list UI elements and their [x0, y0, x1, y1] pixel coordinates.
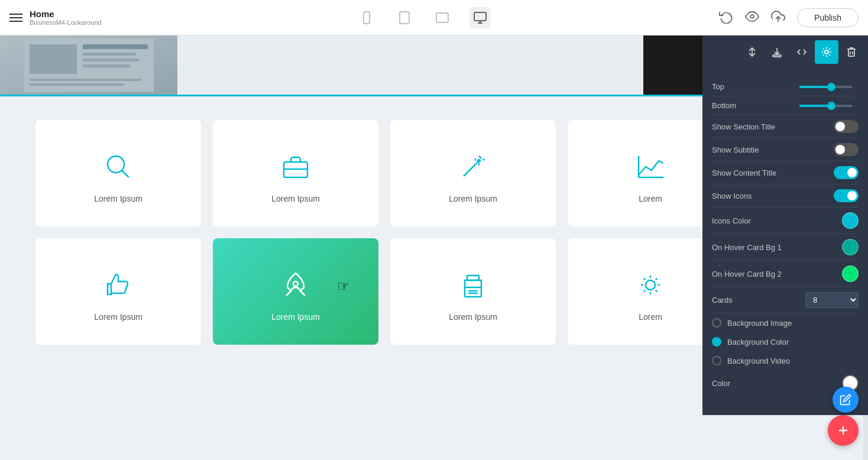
bg-video-row[interactable]: Background Video	[712, 351, 859, 370]
svg-rect-6	[474, 12, 486, 21]
card-7[interactable]: Lorem Ipsum	[390, 238, 556, 345]
bottom-label: Bottom	[712, 101, 799, 110]
fab-add-button[interactable]	[828, 415, 859, 446]
bg-color-radio[interactable]	[712, 337, 721, 346]
card-label-6: Lorem Ipsum	[271, 312, 320, 322]
hover-bg2-label: On Hover Card Bg 2	[712, 270, 842, 278]
header-right: Publish	[719, 8, 859, 27]
cloud-publish-icon[interactable]	[771, 9, 785, 26]
color-label: Color	[712, 379, 842, 388]
card-label-1: Lorem Ipsum	[94, 194, 142, 203]
panel-content: Top Bottom	[702, 70, 868, 403]
panel-arrow	[840, 63, 851, 70]
bg-image-radio[interactable]	[712, 318, 721, 328]
move-updown-button[interactable]	[740, 40, 764, 64]
code-button[interactable]	[790, 40, 814, 64]
card-label-2: Lorem Ipsum	[271, 194, 320, 203]
card-icon-printer	[455, 267, 491, 303]
show-subtitle-row: Show Subtitle	[712, 138, 859, 161]
svg-line-25	[122, 170, 129, 177]
show-section-title-row: Show Section Title	[712, 115, 859, 138]
card-label-8: Lorem	[639, 312, 662, 322]
header-title-block: Home BusinessM4-Lookaround	[30, 9, 102, 26]
icons-color-swatch[interactable]	[842, 212, 859, 229]
hover-bg1-swatch[interactable]	[842, 239, 859, 255]
show-subtitle-toggle[interactable]	[834, 143, 859, 156]
preview-icon[interactable]	[745, 9, 759, 26]
svg-rect-14	[83, 53, 136, 56]
page-title: Home	[30, 9, 102, 19]
device-tablet-landscape[interactable]	[432, 7, 453, 28]
card-6-highlighted[interactable]: Lorem Ipsum	[213, 238, 378, 345]
show-section-title-toggle[interactable]	[834, 120, 859, 133]
settings-button[interactable]	[815, 40, 838, 64]
show-section-title-label: Show Section Title	[712, 122, 834, 131]
panel-toolbar	[702, 35, 868, 64]
card-label-3: Lorem Ipsum	[449, 194, 497, 203]
card-label-7: Lorem Ipsum	[449, 312, 497, 322]
cards-select[interactable]: 4 6 8 10 12	[805, 292, 859, 308]
svg-line-28	[464, 164, 475, 176]
svg-rect-2	[400, 12, 409, 24]
svg-rect-12	[30, 44, 77, 74]
hover-bg1-label: On Hover Card Bg 1	[712, 243, 842, 252]
canvas-area: Lorem Ipsum Lorem Ipsum	[0, 35, 868, 460]
svg-rect-0	[364, 12, 370, 24]
card-icon-search	[101, 149, 136, 184]
fab-edit-button[interactable]	[833, 387, 859, 413]
top-slider[interactable]	[799, 86, 859, 88]
device-tablet[interactable]	[394, 7, 415, 28]
svg-rect-44	[848, 49, 854, 56]
bg-image-row[interactable]: Background Image	[712, 313, 859, 332]
svg-rect-13	[83, 44, 148, 49]
bg-color-label: Background Color	[727, 338, 859, 346]
card-icon-thumbsup	[101, 267, 136, 303]
hover-bg2-row: On Hover Card Bg 2	[712, 261, 859, 287]
card-icon-briefcase	[278, 149, 313, 184]
card-5[interactable]: Lorem Ipsum	[35, 238, 201, 345]
svg-point-24	[108, 156, 124, 173]
top-label: Top	[712, 82, 799, 91]
top-image-left	[0, 35, 177, 95]
cards-label: Cards	[712, 296, 805, 304]
cards-row: Cards 4 6 8 10 12	[712, 287, 859, 313]
show-icons-toggle[interactable]	[834, 189, 859, 202]
card-icon-gear	[633, 267, 668, 303]
publish-button[interactable]: Publish	[797, 8, 859, 27]
svg-point-33	[478, 160, 480, 162]
svg-rect-42	[773, 55, 781, 57]
bg-color-row[interactable]: Background Color	[712, 332, 859, 351]
svg-point-43	[825, 50, 828, 54]
hover-bg1-row: On Hover Card Bg 1	[712, 234, 859, 261]
undo-icon[interactable]	[719, 9, 733, 26]
show-content-title-toggle[interactable]	[834, 166, 859, 179]
svg-rect-4	[436, 13, 448, 22]
card-icon-rocket	[278, 267, 313, 303]
card-icon-wand	[455, 149, 491, 184]
bottom-slider[interactable]	[799, 105, 859, 107]
card-1[interactable]: Lorem Ipsum	[35, 120, 201, 226]
show-content-title-label: Show Content Title	[712, 169, 834, 177]
bg-video-label: Background Video	[727, 357, 859, 365]
site-name: BusinessM4-Lookaround	[30, 19, 102, 26]
icons-color-row: Icons Color	[712, 208, 859, 234]
svg-rect-16	[83, 64, 130, 67]
svg-point-41	[646, 280, 655, 290]
header-left: Home BusinessM4-Lookaround	[9, 9, 128, 26]
card-2[interactable]: Lorem Ipsum	[213, 120, 378, 226]
hover-bg2-swatch[interactable]	[842, 265, 859, 282]
download-button[interactable]	[765, 40, 789, 64]
hamburger-menu[interactable]	[9, 14, 22, 22]
device-switcher	[128, 7, 719, 28]
svg-rect-38	[467, 276, 479, 280]
bg-video-radio[interactable]	[712, 356, 721, 365]
settings-panel: Top Bottom	[702, 35, 868, 415]
device-desktop[interactable]	[469, 7, 491, 28]
top-slider-row: Top	[712, 77, 859, 96]
icons-color-label: Icons Color	[712, 216, 842, 225]
bottom-slider-row: Bottom	[712, 96, 859, 115]
show-content-title-row: Show Content Title	[712, 161, 859, 184]
device-mobile[interactable]	[356, 7, 377, 28]
card-3[interactable]: Lorem Ipsum	[390, 120, 556, 226]
delete-button[interactable]	[840, 40, 863, 64]
